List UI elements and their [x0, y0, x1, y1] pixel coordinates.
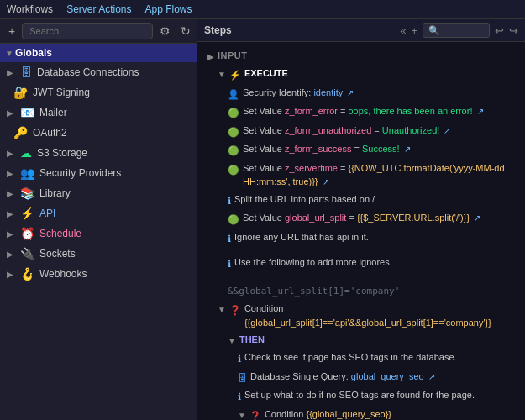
server-actions-link[interactable]: Server Actions [66, 3, 131, 15]
steps-undo-icon[interactable]: ↩ [495, 24, 504, 37]
step-condition-query[interactable]: ▼ ❓ Condition {{global_query_seo}} [204, 406, 518, 421]
step-set-z-servertime-text: Set Value z_servertime = {{NOW_UTC.forma… [243, 161, 515, 189]
sidebar-item-label-webhooks: Webhooks [39, 268, 87, 280]
sidebar-item-label-api: API [39, 207, 55, 219]
execute-row[interactable]: ▼ ⚡ EXECUTE [204, 65, 518, 84]
steps-header: Steps « + ↩ ↪ [197, 19, 525, 42]
api-icon: ⚡ [20, 207, 34, 220]
set-form-error-icon: 🟢 [228, 106, 239, 120]
sidebar-item-schedule[interactable]: ▶ ⏰ Schedule [0, 223, 197, 244]
info-use-following-icon: ℹ [228, 257, 231, 271]
sidebar-items: ▶ 🗄 Database Connections 🔐 JWT Signing ▶… [0, 62, 197, 420]
steps-redo-icon[interactable]: ↪ [509, 24, 518, 37]
input-chevron: ▶ [207, 50, 214, 63]
sidebar-item-label-schedule: Schedule [39, 228, 81, 239]
steps-collapse-icon[interactable]: « [400, 24, 406, 37]
condition-api-icon: ❓ [229, 303, 241, 318]
condition-query-icon: ❓ [249, 409, 261, 421]
search-input[interactable] [22, 23, 153, 39]
lib-chevron: ▶ [7, 189, 13, 198]
set-servertime-icon: 🟢 [228, 163, 239, 177]
info-check-seo-icon: ℹ [238, 352, 241, 366]
step-info-no-seo[interactable]: ℹ Set up what to do if no SEO tags are f… [204, 386, 518, 406]
steps-label: Steps [204, 24, 232, 36]
step-info-no-seo-text: Set up what to do if no SEO tags are fou… [244, 388, 515, 402]
gear-icon[interactable]: ⚙ [156, 23, 174, 39]
sidebar-item-label-sockets: Sockets [39, 248, 76, 260]
sidebar-item-sockets[interactable]: ▶ 🔌 Sockets [0, 244, 197, 264]
step-then-1[interactable]: ▼ THEN [204, 331, 518, 349]
step-condition-api[interactable]: ▼ ❓ Condition {{global_url_split[1]=='ap… [204, 300, 518, 331]
step-then-1-text: THEN [239, 333, 515, 347]
security-icon: 👥 [20, 166, 34, 180]
step-info-ignore-api-text: Ignore any URL that has api in it. [234, 230, 515, 244]
step-set-z-form-error[interactable]: 🟢 Set Value z_form_error = oops, there h… [204, 102, 518, 122]
sidebar-item-webhooks[interactable]: ▶ 🪝 Webhooks [0, 264, 197, 284]
steps-panel: Steps « + ↩ ↪ ▶ Input ▼ ⚡ EXECUTE [197, 19, 525, 420]
step-set-z-form-success[interactable]: 🟢 Set Value z_form_success = Success! ↗ [204, 140, 518, 160]
step-info-split-url-text: Split the URL into parts based on / [234, 192, 515, 207]
top-nav: Workflows Server Actions App Flows [0, 0, 525, 19]
step-code-line[interactable]: &&global_url_split[1]='company' [204, 283, 518, 301]
sec-chevron: ▶ [7, 169, 13, 178]
step-condition-api-text: Condition {{global_url_split[1]=='api'&&… [244, 302, 515, 329]
s3-icon: ☁ [20, 146, 32, 160]
globals-header[interactable]: ▼ Globals [0, 44, 197, 62]
sidebar-item-database-connections[interactable]: ▶ 🗄 Database Connections [0, 62, 197, 82]
execute-icon: ⚡ [229, 68, 241, 82]
jwt-icon: 🔐 [13, 86, 28, 99]
step-info-ignore-api[interactable]: ℹ Ignore any URL that has api in it. [204, 228, 518, 248]
sockets-icon: 🔌 [20, 247, 34, 260]
globals-label: Globals [15, 47, 52, 59]
main-layout: + ⚙ ↻ ▼ Globals ▶ 🗄 Database Connections… [0, 19, 525, 420]
globals-chevron: ▼ [5, 49, 13, 58]
then-1-chevron: ▼ [228, 334, 236, 347]
db-chevron: ▶ [7, 68, 13, 77]
step-info-use-following[interactable]: ℹ Use the following to add more ignores. [204, 254, 518, 273]
sidebar-item-library[interactable]: ▶ 📚 Library [0, 183, 197, 203]
set-form-unauth-icon: 🟢 [228, 125, 239, 139]
step-set-z-form-error-text: Set Value z_form_error = oops, there has… [243, 104, 515, 118]
sidebar-item-s3[interactable]: ▶ ☁ S3 Storage [0, 143, 197, 163]
input-section[interactable]: ▶ Input [204, 47, 518, 65]
sidebar-item-oauth2[interactable]: 🔑 OAuth2 [0, 123, 197, 143]
app-flows-link[interactable]: App Flows [145, 3, 192, 15]
sidebar-item-security-providers[interactable]: ▶ 👥 Security Providers [0, 163, 197, 183]
step-security-identify[interactable]: 👤 Security Identify: identity ↗ [204, 84, 518, 103]
step-db-global-query-seo-text: Database Single Query: global_query_seo … [250, 370, 515, 384]
condition-api-chevron: ▼ [218, 303, 226, 316]
info-split-url-icon: ℹ [228, 194, 231, 208]
add-icon[interactable]: + [5, 23, 18, 39]
schedule-chevron: ▶ [7, 229, 13, 239]
steps-content: ▶ Input ▼ ⚡ EXECUTE 👤 Security Identify:… [197, 42, 525, 420]
sockets-chevron: ▶ [7, 249, 13, 259]
webhooks-icon: 🪝 [20, 267, 34, 281]
step-info-check-seo[interactable]: ℹ Check to see if page has SEO tags in t… [204, 349, 518, 368]
sidebar-item-jwt-signing[interactable]: 🔐 JWT Signing [0, 82, 197, 102]
refresh-icon[interactable]: ↻ [177, 23, 194, 39]
sidebar-item-api[interactable]: ▶ ⚡ API [0, 203, 197, 223]
step-set-global-url-split[interactable]: 🟢 Set Value global_url_split = {{$_SERVE… [204, 209, 518, 228]
sidebar-item-label-mailer: Mailer [39, 107, 67, 118]
step-set-global-url-split-text: Set Value global_url_split = {{$_SERVER.… [243, 211, 515, 225]
step-info-split-url[interactable]: ℹ Split the URL into parts based on / [204, 191, 518, 210]
sidebar-item-label-db: Database Connections [37, 66, 139, 78]
mailer-chevron: ▶ [7, 108, 13, 118]
step-set-z-form-success-text: Set Value z_form_success = Success! ↗ [243, 142, 515, 156]
library-icon: 📚 [20, 186, 34, 200]
sidebar-item-mailer[interactable]: ▶ 📧 Mailer [0, 102, 197, 123]
db-query-seo-icon: 🗄 [238, 371, 247, 386]
oauth-icon: 🔑 [13, 126, 28, 139]
s3-chevron: ▶ [7, 149, 13, 158]
step-set-z-servertime[interactable]: 🟢 Set Value z_servertime = {{NOW_UTC.for… [204, 160, 518, 191]
step-condition-query-text: Condition {{global_query_seo}} [265, 407, 515, 421]
sidebar-item-label-library: Library [39, 187, 71, 199]
steps-header-icons: « + ↩ ↪ [400, 23, 518, 38]
steps-search-input[interactable] [423, 23, 490, 38]
step-db-global-query-seo[interactable]: 🗄 Database Single Query: global_query_se… [204, 368, 518, 387]
step-set-z-form-unauthorized[interactable]: 🟢 Set Value z_form_unauthorized = Unauth… [204, 122, 518, 141]
input-label: Input [218, 49, 515, 63]
sidebar-item-label-jwt: JWT Signing [33, 87, 90, 98]
steps-add-icon[interactable]: + [411, 24, 417, 37]
step-info-use-following-text: Use the following to add more ignores. [234, 255, 515, 270]
